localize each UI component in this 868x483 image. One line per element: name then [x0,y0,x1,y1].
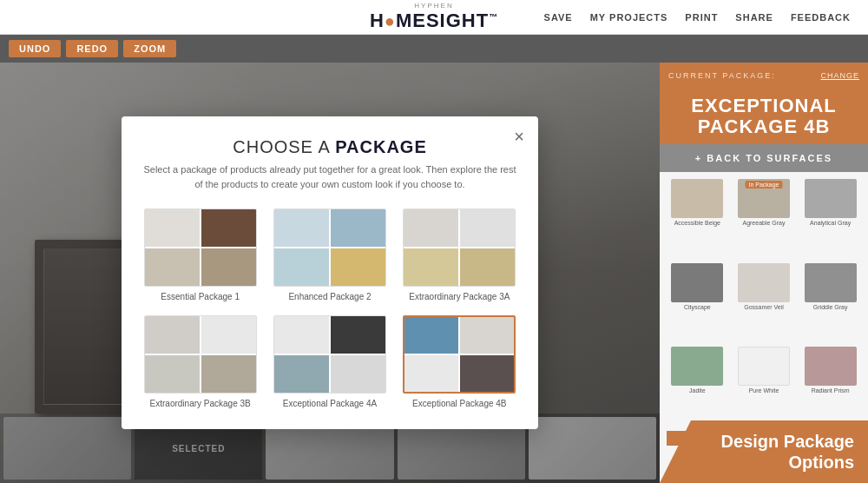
swatch-color-gossamer-veil [738,263,790,302]
swatch-color-cityscape [671,263,723,302]
mosaic-1-3 [145,248,200,286]
nav-my-projects[interactable]: MY PROJECTS [590,12,668,23]
back-to-surfaces-button[interactable]: + BACK TO SURFACES [660,144,868,172]
current-package-name: EXCEPTIONALPACKAGE 4B [660,89,868,144]
modal-title-bold: PACKAGE [335,137,427,156]
swatch-label-accessible-beige: Accessible Beige [674,220,720,227]
main-area: × CHOOSE A PACKAGE Select a package of p… [0,63,868,483]
right-sidebar: CURRENT PACKAGE: CHANGE EXCEPTIONALPACKA… [660,63,868,483]
mosaic-2-4 [331,248,385,286]
swatch-radiant-prism[interactable]: Radiant Prism [799,347,861,426]
swatch-label-griddle-gray: Griddle Gray [813,304,848,311]
mosaic-5-2 [331,316,385,354]
swatch-analytical-gray[interactable]: Analytical Gray [799,179,861,258]
nav-feedback[interactable]: FEEDBACK [791,12,851,23]
swatch-color-radiant-prism [805,347,857,386]
logo-name: H●MESIGHT™ [370,10,498,31]
package-name-3: Extraordinary Package 3A [409,292,510,301]
design-package-banner: Design Package Options [660,420,868,483]
swatch-color-analytical-gray [805,179,857,218]
mosaic-1-1 [145,209,200,247]
package-item-6[interactable]: Exceptional Package 4B [402,315,517,408]
logo-hyphen: HYPHEN [370,2,498,10]
swatch-label-pure-white: Pure White [749,387,779,394]
nav-print[interactable]: PRINT [685,12,718,23]
modal-title-normal: CHOOSE A [233,137,335,156]
mosaic-6-1 [404,317,458,354]
zoom-button[interactable]: ZOOM [123,40,176,57]
mosaic-5-3 [274,355,329,393]
mosaic-4-4 [201,355,256,393]
package-mosaic-2 [273,208,386,287]
mosaic-6-3 [404,355,458,392]
package-name-5: Exceptional Package 4A [283,399,377,408]
swatch-label-cityscape: Cityscape [684,304,711,311]
current-package-name-text: EXCEPTIONALPACKAGE 4B [691,95,836,137]
package-item-1[interactable]: Essential Package 1 [142,208,258,301]
nav-share[interactable]: SHARE [735,12,773,23]
swatch-color-agreeable-gray [738,179,790,218]
swatch-label-gossamer-veil: Gossamer Veil [744,304,784,311]
change-button[interactable]: CHANGE [820,71,859,80]
swatch-color-griddle-gray [805,263,857,302]
logo: HYPHEN H●MESIGHT™ [370,2,498,32]
banner-line1: Design Package [721,432,854,451]
modal-close-button[interactable]: × [514,127,524,147]
swatch-agreeable-gray[interactable]: Agreeable Gray [733,179,795,258]
current-package-header: CURRENT PACKAGE: CHANGE [660,63,868,89]
modal-overlay: × CHOOSE A PACKAGE Select a package of p… [0,63,660,483]
package-name-1: Essential Package 1 [161,292,240,301]
swatch-griddle-gray[interactable]: Griddle Gray [799,263,861,342]
nav-save[interactable]: SAVE [544,12,573,23]
mosaic-3-2 [460,209,515,247]
swatch-label-radiant-prism: Radiant Prism [812,387,850,394]
swatch-pure-white[interactable]: Pure White [733,347,795,426]
mosaic-2-1 [274,209,329,247]
package-item-2[interactable]: Enhanced Package 2 [272,208,387,301]
banner-line2: Options [788,453,854,472]
choose-package-modal: × CHOOSE A PACKAGE Select a package of p… [122,116,538,429]
package-mosaic-5 [273,315,386,394]
mosaic-4-3 [145,355,200,393]
swatch-gossamer-veil[interactable]: Gossamer Veil [733,263,795,342]
package-mosaic-3 [403,208,516,287]
packages-grid: Essential Package 1 Enhanced Package 2 [142,208,517,408]
package-mosaic-6 [403,315,516,394]
room-background: × CHOOSE A PACKAGE Select a package of p… [0,63,660,483]
package-item-5[interactable]: Exceptional Package 4A [272,315,387,408]
swatch-cityscape[interactable]: Cityscape [667,263,728,342]
mosaic-6-2 [460,317,514,354]
swatch-accessible-beige[interactable]: Accessible Beige [667,179,728,258]
mosaic-2-2 [331,209,385,247]
mosaic-5-4 [331,355,385,393]
logo-circle: ● [385,11,396,30]
modal-subtitle: Select a package of products already put… [142,162,517,191]
swatch-label-agreeable-gray: Agreeable Gray [742,220,785,227]
mosaic-2-3 [274,248,329,286]
mosaic-1-4 [201,248,256,286]
package-name-4: Extraordinary Package 3B [150,399,251,408]
mosaic-1-2 [201,209,256,247]
swatch-color-accessible-beige [671,179,723,218]
package-mosaic-4 [144,315,257,394]
current-package-label: CURRENT PACKAGE: [668,71,776,80]
package-item-3[interactable]: Extraordinary Package 3A [402,208,517,301]
mosaic-3-3 [404,248,458,286]
mosaic-4-1 [145,316,200,354]
swatch-color-pure-white [738,347,790,386]
swatch-label-jadite: Jadite [689,387,706,394]
undo-button[interactable]: UNDO [9,40,61,57]
swatch-color-jadite [671,347,723,386]
package-name-6: Exceptional Package 4B [412,399,506,408]
mosaic-3-4 [460,248,515,286]
redo-button[interactable]: REDO [66,40,118,57]
mosaic-5-1 [274,316,329,354]
mosaic-4-2 [201,316,256,354]
swatch-jadite[interactable]: Jadite [667,347,728,426]
package-name-2: Enhanced Package 2 [288,292,371,301]
mosaic-6-4 [460,355,514,392]
nav-links: SAVE MY PROJECTS PRINT SHARE FEEDBACK [544,12,851,23]
toolbar: UNDO REDO ZOOM [0,35,868,63]
package-item-4[interactable]: Extraordinary Package 3B [142,315,258,408]
top-navigation: HYPHEN H●MESIGHT™ SAVE MY PROJECTS PRINT… [0,0,868,35]
